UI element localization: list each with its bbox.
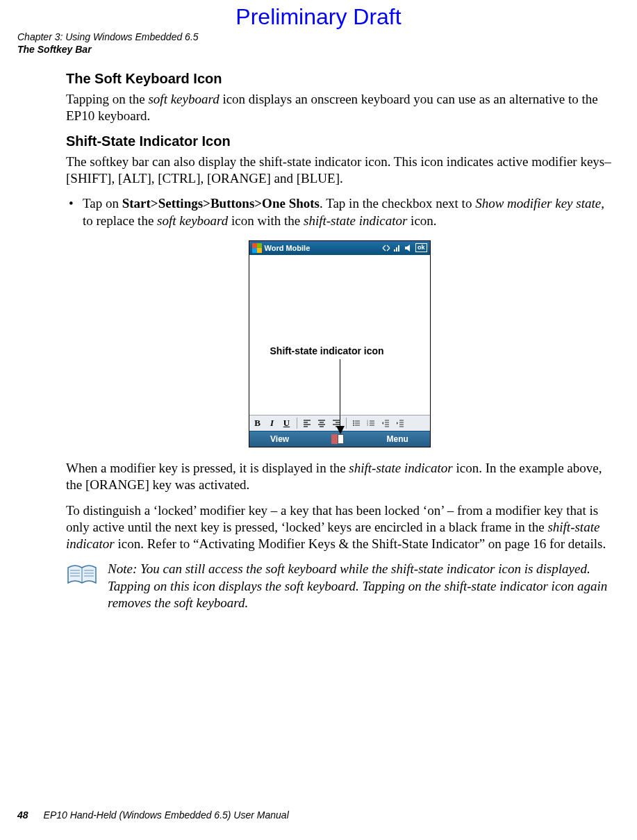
underline-icon: U (281, 417, 293, 429)
book-icon (66, 563, 98, 587)
running-header: Chapter 3: Using Windows Embedded 6.5 Th… (17, 31, 620, 56)
para-locked-modifier: To distinguish a ‘locked’ modifier key –… (66, 502, 613, 553)
term-shift-state-indicator: shift-state indicator (304, 213, 407, 228)
para-soft-keyboard: Tapping on the soft keyboard icon displa… (66, 91, 613, 125)
svg-text:3: 3 (367, 423, 368, 427)
speaker-icon (404, 244, 413, 252)
heading-shift-state-indicator: Shift-State Indicator Icon (66, 133, 613, 149)
svg-point-5 (353, 425, 354, 426)
text: icon with the (228, 213, 304, 228)
instruction-item: Tap on Start>Settings>Buttons>One Shots.… (83, 195, 613, 229)
figure-word-mobile-screenshot: Word Mobile ok Shift-state indicator ico… (249, 240, 431, 447)
term-soft-keyboard: soft keyboard (157, 213, 228, 228)
callout-label: Shift-state indicator icon (270, 345, 384, 356)
term-soft-keyboard: soft keyboard (148, 92, 219, 106)
bullet-list-icon (350, 417, 363, 429)
titlebar: Word Mobile ok (249, 241, 430, 255)
option-name: Show modifier key state, (475, 196, 604, 211)
softkey-menu: Menu (387, 434, 408, 444)
svg-rect-2 (398, 245, 399, 252)
heading-soft-keyboard-icon: The Soft Keyboard Icon (66, 71, 613, 87)
note-text: Note: You can still access the soft keyb… (108, 561, 613, 611)
text: To distinguish a ‘locked’ modifier key –… (66, 503, 598, 534)
para-modifier-example: When a modifier key is pressed, it is di… (66, 460, 613, 494)
text: to replace the (83, 213, 157, 228)
text: Tapping on the (66, 92, 148, 106)
start-icon (252, 243, 262, 253)
note-body: You can still access the soft keyboard w… (108, 561, 607, 610)
text: . Tap in the checkbox next to (320, 196, 475, 211)
document-area: Shift-state indicator icon (249, 255, 430, 415)
align-left-icon (301, 417, 313, 429)
text: icon. (407, 213, 436, 228)
text: When a modifier key is pressed, it is di… (66, 461, 349, 475)
indent-icon (394, 417, 406, 429)
ok-button: ok (415, 243, 427, 252)
svg-rect-0 (394, 249, 395, 252)
svg-point-4 (353, 422, 354, 424)
chapter-line: Chapter 3: Using Windows Embedded 6.5 (17, 31, 620, 44)
sync-icon (382, 244, 390, 252)
separator (297, 418, 297, 429)
para-shift-state-intro: The softkey bar can also display the shi… (66, 154, 613, 188)
italic-icon: I (266, 417, 279, 429)
section-line: The Softkey Bar (17, 44, 620, 56)
softkey-view: View (270, 434, 289, 444)
watermark-preliminary-draft: Preliminary Draft (17, 4, 620, 30)
text: icon. Refer to “Activating Modifier Keys… (115, 536, 606, 551)
page: Preliminary Draft Chapter 3: Using Windo… (0, 0, 637, 840)
instruction-list: Tap on Start>Settings>Buttons>One Shots.… (66, 195, 613, 229)
numbered-list-icon: 123 (365, 417, 377, 429)
note-prefix: Note: (108, 561, 140, 576)
text: Tap on (83, 196, 122, 211)
content-area: The Soft Keyboard Icon Tapping on the so… (66, 71, 613, 611)
align-center-icon (315, 417, 328, 429)
outdent-icon (379, 417, 392, 429)
callout-leader-line (340, 359, 340, 429)
svg-rect-1 (396, 247, 397, 252)
separator (346, 418, 347, 429)
manual-title: EP10 Hand-Held (Windows Embedded 6.5) Us… (44, 809, 289, 821)
note-block: Note: You can still access the soft keyb… (66, 561, 613, 611)
bold-icon: B (251, 417, 264, 429)
running-footer: 48EP10 Hand-Held (Windows Embedded 6.5) … (17, 809, 289, 821)
term-shift-state-indicator: shift-state indicator (349, 461, 452, 475)
shift-state-indicator-icon (331, 434, 344, 444)
page-number: 48 (17, 809, 28, 821)
app-title: Word Mobile (265, 244, 311, 252)
signal-icon (393, 244, 402, 252)
svg-point-3 (353, 420, 354, 422)
callout-arrow-icon (336, 426, 345, 434)
nav-path: Start>Settings>Buttons>One Shots (122, 196, 320, 211)
